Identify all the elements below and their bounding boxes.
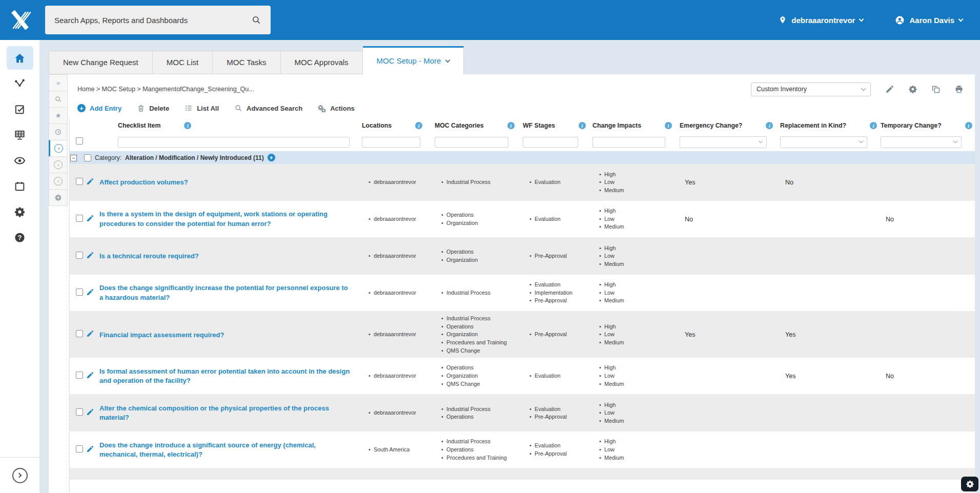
locations-filter-input[interactable] [362,137,420,148]
add-entry-button[interactable]: + Add Entry [77,104,121,112]
checklist-item-link[interactable]: Does the change introduce a significant … [99,441,362,459]
row-checkbox[interactable] [76,372,83,379]
rail-nav-button-2[interactable]: › [49,156,68,173]
privacy-consent-badge[interactable] [961,477,978,491]
stages-list: Pre-Approval [523,331,593,339]
plus-circle-icon: + [77,104,86,112]
add-to-category-icon[interactable]: + [268,154,275,161]
copy-icon[interactable] [931,85,941,94]
checklist-item-link[interactable]: Is a technical reroute required? [99,252,208,261]
search-input[interactable] [54,16,251,25]
info-icon[interactable] [766,122,773,129]
change-impacts-filter-input[interactable] [593,137,665,148]
wf-stages-filter-input[interactable] [523,137,578,148]
grid-toolbar: + Add Entry Delete [68,98,975,118]
replacement-in-kind-filter-select[interactable] [780,136,867,148]
rail-search-button[interactable] [49,91,68,108]
info-icon[interactable] [507,122,515,129]
info-icon[interactable] [965,122,972,129]
info-icon[interactable] [415,122,422,129]
gear-icon[interactable] [908,85,917,94]
sidebar-item-settings[interactable] [7,200,33,223]
user-menu[interactable]: Aaron Davis [895,15,963,25]
rail-nav-button-3[interactable]: › [49,173,68,190]
sidebar-item-views[interactable] [7,149,33,172]
row-checkbox[interactable] [76,289,83,296]
view-selector[interactable]: Custom Inventory [751,83,871,96]
sidebar-item-network[interactable] [7,72,33,95]
rail-recent-button[interactable] [49,124,68,140]
actions-label: Actions [330,105,355,112]
edit-row-icon[interactable] [86,288,94,296]
stages-list: EvaluationImplementationPre-Approval [523,281,593,305]
row-checkbox[interactable] [76,178,83,185]
list-all-button[interactable]: List All [185,104,219,112]
checklist-item-link[interactable]: Does the change significantly increase t… [99,283,362,302]
checklist-item-link[interactable]: Is there a system in the design of equip… [99,210,362,228]
edit-row-icon[interactable] [86,177,94,186]
row-checkbox[interactable] [76,408,83,416]
checklist-item-link[interactable]: Affect production volumes? [99,178,197,187]
checklist-grid: Checklist Item Locations MOC Categories … [69,118,975,493]
edit-pencil-icon[interactable] [885,85,894,94]
info-icon[interactable] [579,122,586,129]
column-header-replacement-in-kind: Replacement in Kind? [780,122,881,129]
search-icon[interactable] [251,15,261,25]
edit-row-icon[interactable] [86,330,94,338]
sidebar-expand-button[interactable] [12,468,28,483]
rail-favorites-button[interactable]: ★ [49,107,68,124]
edit-row-icon[interactable] [86,251,94,259]
tab-moc-approvals[interactable]: MOC Approvals [281,51,363,74]
table-row: Is formal assessment of human error pote… [70,358,975,395]
tool-rail: » ★ › › [49,74,68,493]
edit-row-icon[interactable] [86,214,94,222]
advanced-search-button[interactable]: Advanced Search [234,104,302,112]
tab-new-change-request[interactable]: New Change Request [49,51,153,74]
tab-moc-list[interactable]: MOC List [153,51,213,74]
home-icon [14,52,26,64]
rail-nav-current-button[interactable]: › [49,140,68,157]
row-checkbox[interactable] [76,215,83,222]
sidebar-item-dashboard[interactable] [7,123,33,147]
sidebar-item-help[interactable]: ? [7,225,33,249]
edit-row-icon[interactable] [86,371,94,379]
temporary-value: No [881,373,975,380]
row-checkbox[interactable] [76,252,83,259]
checklist-item-filter-input[interactable] [118,137,350,148]
rail-collapse-button[interactable]: » [49,74,68,91]
info-icon[interactable] [665,122,672,129]
tab-moc-tasks[interactable]: MOC Tasks [213,51,280,74]
categories-list: OperationsOrganization [435,211,523,227]
search-icon [54,95,62,103]
row-checkbox[interactable] [76,445,83,453]
intelex-logo-icon[interactable] [9,9,31,31]
sidebar-item-home[interactable] [7,46,33,70]
emergency-change-filter-select[interactable] [680,136,767,148]
circle-chevron-icon: › [54,160,63,169]
temporary-change-filter-select[interactable] [881,136,962,148]
tab-moc-setup-more[interactable]: MOC Setup - More [363,46,464,74]
select-all-checkbox[interactable] [76,137,83,145]
checklist-item-link[interactable]: Financial impact assessment required? [99,331,233,340]
actions-button[interactable]: Actions [318,104,355,112]
row-checkbox[interactable] [76,330,83,337]
info-icon[interactable] [184,122,191,129]
chevron-down-icon [445,57,451,63]
edit-row-icon[interactable] [86,445,94,453]
checklist-item-link[interactable]: Is formal assessment of human error pote… [99,367,362,385]
list-all-label: List All [197,105,219,112]
stages-list: Evaluation [523,372,593,380]
moc-categories-filter-input[interactable] [435,137,508,148]
sidebar-item-tasks[interactable] [7,97,33,121]
delete-button[interactable]: Delete [137,104,169,112]
sidebar-item-calendar[interactable] [7,174,33,198]
edit-row-icon[interactable] [86,408,94,416]
rail-settings-button[interactable] [49,189,68,206]
consent-gear-icon [966,480,974,488]
category-checkbox[interactable] [84,154,91,161]
print-icon[interactable] [954,85,964,94]
table-row: Is there a system in the design of equip… [70,201,975,238]
info-icon[interactable] [870,122,877,129]
checklist-item-link[interactable]: Alter the chemical composition or the ph… [99,404,362,422]
location-switcher[interactable]: debraaarontrevor [779,16,863,25]
